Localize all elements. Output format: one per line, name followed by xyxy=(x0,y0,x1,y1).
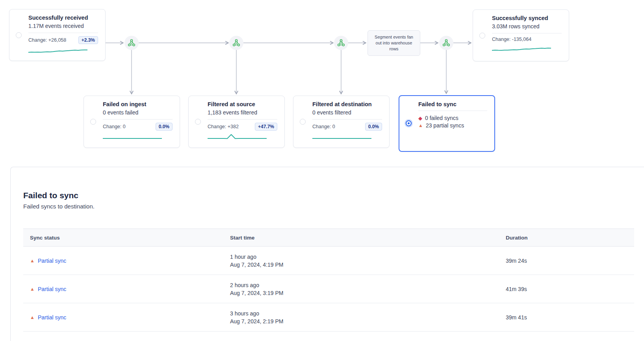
sparkline-chart xyxy=(312,133,371,142)
card-title: Failed to sync xyxy=(418,101,487,111)
change-label: Change: 0 xyxy=(103,124,126,129)
start-time-absolute: Aug 7, 2024, 4:19 PM xyxy=(230,261,506,269)
sync-status-link[interactable]: Partial sync xyxy=(38,286,66,292)
sync-status-link[interactable]: Partial sync xyxy=(38,258,66,264)
pipeline-node xyxy=(124,36,139,50)
fan-out-annotation: Segment events fan out into warehouse ro… xyxy=(367,30,420,56)
sparkline-chart xyxy=(28,46,87,55)
failed-sync-diamond-icon: ◆ xyxy=(418,114,422,122)
segment-tracking-icon xyxy=(128,39,135,47)
partial-sync-triangle-icon: ▲ xyxy=(418,122,423,129)
pipeline-node xyxy=(229,36,243,50)
delivery-flow-diagram: Successfully received 1.17M events recei… xyxy=(0,0,644,167)
card-value: 0 events failed xyxy=(103,109,173,120)
card-successfully-synced[interactable]: Successfully synced 3.03M rows synced Ch… xyxy=(473,9,569,61)
sync-duration: 39m 24s xyxy=(506,258,634,264)
table-row-partial xyxy=(23,332,634,337)
column-header-start-time: Start time xyxy=(230,235,506,241)
start-time-relative: 1 hour ago xyxy=(230,253,506,261)
start-time-absolute: Aug 7, 2024, 3:19 PM xyxy=(230,289,506,297)
change-label: Change: -135,064 xyxy=(492,37,531,42)
card-successfully-received[interactable]: Successfully received 1.17M events recei… xyxy=(9,9,106,61)
panel-subtitle: Failed syncs to destination. xyxy=(23,203,644,210)
sparkline-chart xyxy=(103,133,162,142)
change-badge: +47.7% xyxy=(255,123,277,131)
change-label: Change: +26,058 xyxy=(28,37,66,43)
sparkline-chart xyxy=(208,133,267,142)
segment-tracking-icon xyxy=(442,39,450,47)
failed-to-sync-panel: Failed to sync Failed syncs to destinati… xyxy=(10,167,644,341)
table-body: ▲ Partial sync 1 hour ago Aug 7, 2024, 4… xyxy=(23,247,634,332)
card-title: Filtered at source xyxy=(208,101,277,107)
change-badge: 0.0% xyxy=(156,123,173,131)
card-value: 1.17M events received xyxy=(28,23,98,33)
partial-sync-triangle-icon: ▲ xyxy=(30,258,35,264)
card-filtered-at-destination[interactable]: Filtered at destination 0 events filtere… xyxy=(293,96,390,148)
change-label: Change: 0 xyxy=(312,124,335,129)
card-title: Filtered at destination xyxy=(312,101,382,107)
start-time-relative: 2 hours ago xyxy=(230,281,506,289)
card-title: Successfully received xyxy=(28,15,98,21)
table-row: ▲ Partial sync 1 hour ago Aug 7, 2024, 4… xyxy=(23,247,634,275)
segment-tracking-icon xyxy=(232,39,240,47)
card-value: 0 events filtered xyxy=(312,109,382,120)
radio-filtered-at-destination[interactable] xyxy=(300,119,306,125)
pipeline-node xyxy=(439,36,453,50)
card-failed-to-sync[interactable]: Failed to sync ◆ 0 failed syncs ▲ 23 par… xyxy=(399,95,495,152)
start-time-relative: 3 hours ago xyxy=(230,310,506,317)
table-row: ▲ Partial sync 3 hours ago Aug 7, 2024, … xyxy=(23,303,634,332)
segment-tracking-icon xyxy=(337,39,345,47)
radio-failed-on-ingest[interactable] xyxy=(90,119,96,125)
start-time-absolute: Aug 7, 2024, 2:19 PM xyxy=(230,317,506,325)
failed-syncs-count: 0 failed syncs xyxy=(425,114,458,122)
sync-duration: 39m 41s xyxy=(506,314,634,321)
partial-syncs-count: 23 partial syncs xyxy=(426,122,464,129)
column-header-sync-status: Sync status xyxy=(23,235,230,241)
sparkline-chart xyxy=(492,44,551,53)
partial-sync-triangle-icon: ▲ xyxy=(30,286,35,292)
sync-status-link[interactable]: Partial sync xyxy=(38,314,66,321)
radio-filtered-at-source[interactable] xyxy=(195,119,201,125)
card-value: 1,183 events filtered xyxy=(208,109,277,120)
card-failed-on-ingest[interactable]: Failed on ingest 0 events failed Change:… xyxy=(84,96,180,148)
card-title: Successfully synced xyxy=(492,15,562,21)
page-title: Failed to sync xyxy=(23,191,644,200)
change-badge: 0.0% xyxy=(365,123,382,131)
sync-table: Sync status Start time Duration ▲ Partia… xyxy=(23,229,634,337)
column-header-duration: Duration xyxy=(506,235,634,241)
change-label: Change: +382 xyxy=(208,124,239,129)
table-row: ▲ Partial sync 2 hours ago Aug 7, 2024, … xyxy=(23,275,634,303)
table-header: Sync status Start time Duration xyxy=(23,229,634,247)
sync-duration: 41m 39s xyxy=(506,286,634,292)
pipeline-node xyxy=(334,36,348,50)
partial-sync-triangle-icon: ▲ xyxy=(30,315,35,320)
card-title: Failed on ingest xyxy=(103,101,173,107)
card-filtered-at-source[interactable]: Filtered at source 1,183 events filtered… xyxy=(188,96,285,148)
card-value: 3.03M rows synced xyxy=(492,23,562,33)
radio-successfully-received[interactable] xyxy=(16,32,22,38)
change-badge: +2.3% xyxy=(78,36,98,44)
radio-failed-to-sync[interactable] xyxy=(406,120,412,126)
radio-successfully-synced[interactable] xyxy=(479,33,485,39)
